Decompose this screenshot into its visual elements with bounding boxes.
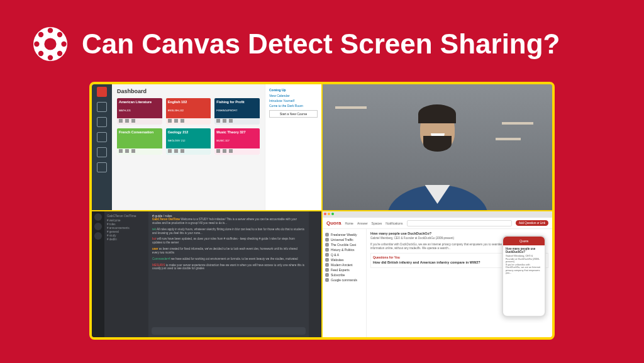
quora-logo[interactable]: Quora: [326, 220, 341, 226]
channel-item[interactable]: # dedlin: [107, 238, 146, 241]
page-title: Can Canvas Detect Screen Sharing?: [82, 28, 560, 60]
wall-shelf: [496, 138, 521, 140]
canvas-main-area: Dashboard American LiteratureMATH-101Eng…: [112, 84, 265, 210]
svg-point-1: [44, 38, 56, 50]
svg-point-2: [48, 28, 53, 33]
sidebar-item[interactable]: History & Politics: [325, 248, 364, 252]
minimize-window-icon[interactable]: [328, 213, 330, 215]
discord-message-input[interactable]: [152, 327, 306, 335]
nav-spaces[interactable]: Spaces: [372, 221, 382, 225]
course-card[interactable]: English 102ENGLISH-102: [166, 98, 211, 125]
canvas-logo-nav-icon[interactable]: [97, 87, 107, 97]
nav-home[interactable]: Home: [345, 221, 353, 225]
chat-message: bot will now have been updated, as does …: [152, 237, 305, 245]
canvas-dashboard-panel: Dashboard American LiteratureMATH-101Eng…: [92, 84, 321, 210]
server-name: GabCTeron OwlTime: [107, 214, 146, 218]
quora-body: Freelancer WeeklyUniversal TrafficThe Cr…: [323, 229, 552, 337]
quora-top-nav: Quora Home Answer Spaces Notifications A…: [323, 218, 552, 229]
video-call-panel: [323, 84, 552, 210]
discord-panel: GabCTeron OwlTime # welcome# rules# anno…: [92, 211, 321, 337]
quora-panel: Quora Home Answer Spaces Notifications A…: [323, 211, 552, 337]
browser-tabs: [323, 211, 552, 218]
channel-item[interactable]: # general: [107, 230, 146, 233]
upcoming-item[interactable]: Introduce Yourself: [269, 99, 318, 103]
calendar-nav-icon[interactable]: [97, 132, 107, 142]
upcoming-item[interactable]: Come to the Dark Room: [269, 104, 318, 108]
quora-search-input[interactable]: [407, 220, 512, 226]
course-card[interactable]: Music Theory 327MUSIC 327: [214, 128, 260, 155]
wall-shelf: [502, 122, 533, 125]
svg-point-7: [57, 32, 62, 37]
sidebar-item[interactable]: Freelancer Weekly: [325, 233, 364, 237]
discord-member-list: [309, 211, 321, 337]
server-icon[interactable]: [94, 223, 102, 230]
coming-up-heading: Coming Up: [269, 88, 318, 92]
nav-notifications[interactable]: Notifications: [386, 221, 402, 225]
canvas-logo-icon: [31, 25, 69, 63]
sidebar-item[interactable]: Websites: [325, 258, 364, 262]
svg-point-6: [38, 32, 43, 37]
svg-point-5: [61, 42, 66, 47]
sidebar-item[interactable]: Subscribe: [325, 273, 364, 277]
canvas-right-sidebar: Coming Up View Calendar Introduce Yourse…: [265, 84, 321, 210]
wall-shelf: [335, 106, 367, 109]
server-icon[interactable]: [94, 232, 102, 240]
phone-answer: If you're unfamiliar with DuckDuckGo, we…: [506, 264, 542, 275]
help-nav-icon[interactable]: [97, 162, 107, 172]
video-background: [323, 84, 552, 210]
inbox-nav-icon[interactable]: [97, 147, 107, 157]
sidebar-item[interactable]: Modern Ancient: [325, 263, 364, 267]
chat-message: user as been created for fixed infomedia…: [152, 247, 305, 255]
phone-question[interactable]: How many people use DuckDuckGo?: [506, 247, 542, 254]
quora-mobile-preview: Quora How many people use DuckDuckGo? Ga…: [502, 235, 546, 317]
server-icon[interactable]: [94, 213, 102, 221]
discord-channel-list: GabCTeron OwlTime # welcome# rules# anno…: [104, 211, 148, 337]
course-card[interactable]: American LiteratureMATH-101: [117, 98, 162, 125]
quora-sidebar: Freelancer WeeklyUniversal TrafficThe Cr…: [323, 229, 367, 337]
dashboard-nav-icon[interactable]: [97, 102, 107, 112]
dashboard-heading: Dashboard: [117, 88, 260, 94]
add-question-button[interactable]: Add Question or Link: [516, 220, 548, 226]
chat-message: MESURIS to make your server experience d…: [152, 264, 305, 271]
svg-point-8: [38, 51, 43, 56]
sidebar-item[interactable]: Q & A: [325, 253, 364, 257]
course-card[interactable]: Geology 212GEOLOGY 212: [166, 128, 211, 155]
svg-point-3: [48, 55, 53, 60]
discord-chat-area: # guide / rules GabCTeron OwlTime Welcom…: [148, 211, 309, 337]
sidebar-item[interactable]: Universal Traffic: [325, 238, 364, 242]
course-card-grid: American LiteratureMATH-101English 102EN…: [117, 98, 260, 155]
maximize-window-icon[interactable]: [331, 213, 334, 215]
channel-item[interactable]: # announcements: [107, 226, 146, 230]
nav-answer[interactable]: Answer: [357, 221, 368, 225]
courses-nav-icon[interactable]: [97, 117, 107, 127]
discord-server-list: [92, 211, 104, 337]
phone-header: Quora: [503, 237, 545, 245]
sidebar-item[interactable]: Feed Experts: [325, 268, 364, 272]
chat-message: GabCTeron OwlTime Welcome to a STUDY hub…: [152, 218, 305, 225]
person-face: [413, 109, 463, 172]
calendar-link[interactable]: View Calendar: [269, 94, 318, 98]
channel-item[interactable]: # welcome: [107, 219, 146, 222]
svg-point-4: [34, 42, 39, 47]
screenshot-collage: Dashboard American LiteratureMATH-101Eng…: [89, 82, 555, 340]
channel-item[interactable]: # study: [107, 234, 146, 237]
canvas-nav-sidebar: [92, 84, 112, 210]
phone-author: Gabriel Weinberg, CEO & Founder at DuckD…: [506, 255, 542, 264]
course-card[interactable]: French Conversation: [117, 128, 162, 155]
channel-item[interactable]: # rules: [107, 223, 146, 226]
svg-point-9: [57, 51, 62, 56]
sidebar-item[interactable]: Google commands: [325, 278, 364, 282]
close-window-icon[interactable]: [324, 213, 326, 215]
chat-message: Commanderr4 we have added for working ou…: [152, 257, 305, 261]
sidebar-item[interactable]: The Crucible Cast: [325, 243, 364, 247]
course-card[interactable]: Fishing for ProfitFISHING4PROFIT: [214, 98, 260, 125]
page-header: Can Canvas Detect Screen Sharing?: [0, 0, 644, 75]
chat-message: tek All rules apply in study hours, what…: [152, 228, 305, 235]
new-course-button[interactable]: Start a New Course: [269, 110, 318, 118]
